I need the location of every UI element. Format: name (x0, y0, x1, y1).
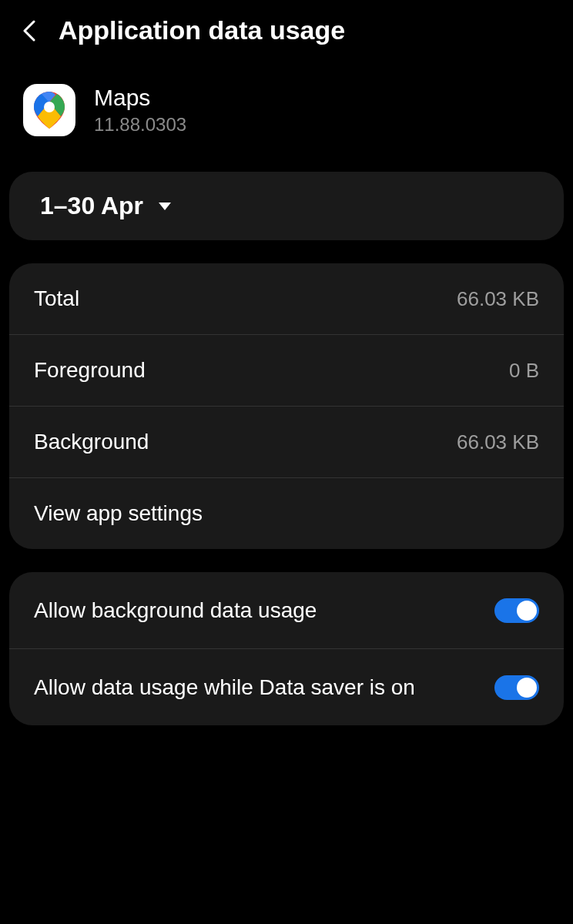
foreground-label: Foreground (34, 358, 146, 383)
date-range-text: 1–30 Apr (40, 192, 143, 220)
background-data-toggle[interactable] (494, 598, 539, 623)
foreground-row: Foreground 0 B (9, 335, 564, 407)
toggle-knob (517, 601, 537, 621)
usage-card: Total 66.03 KB Foreground 0 B Background… (9, 263, 564, 549)
background-value: 66.03 KB (457, 430, 539, 454)
maps-app-icon (23, 84, 75, 136)
app-version: 11.88.0303 (94, 114, 186, 136)
background-data-toggle-row: Allow background data usage (9, 572, 564, 649)
data-saver-label: Allow data usage while Data saver is on (34, 672, 479, 702)
data-saver-toggle-row: Allow data usage while Data saver is on (9, 649, 564, 725)
view-app-settings-button[interactable]: View app settings (9, 478, 564, 549)
background-label: Background (34, 430, 149, 454)
background-data-label: Allow background data usage (34, 595, 479, 625)
total-value: 66.03 KB (457, 287, 539, 311)
background-row: Background 66.03 KB (9, 407, 564, 478)
toggle-knob (517, 678, 537, 698)
app-info: Maps 11.88.0303 (0, 61, 573, 159)
page-title: Application data usage (59, 15, 345, 45)
total-row: Total 66.03 KB (9, 263, 564, 335)
data-saver-toggle[interactable] (494, 675, 539, 700)
back-icon[interactable] (18, 20, 40, 42)
app-name: Maps (94, 85, 186, 111)
toggles-card: Allow background data usage Allow data u… (9, 572, 564, 725)
svg-point-0 (44, 102, 55, 112)
foreground-value: 0 B (509, 359, 539, 383)
app-details: Maps 11.88.0303 (94, 85, 186, 136)
chevron-down-icon (159, 203, 171, 210)
header: Application data usage (0, 0, 573, 61)
total-label: Total (34, 286, 79, 311)
view-app-settings-label: View app settings (34, 501, 203, 525)
date-range-selector[interactable]: 1–30 Apr (9, 172, 564, 240)
